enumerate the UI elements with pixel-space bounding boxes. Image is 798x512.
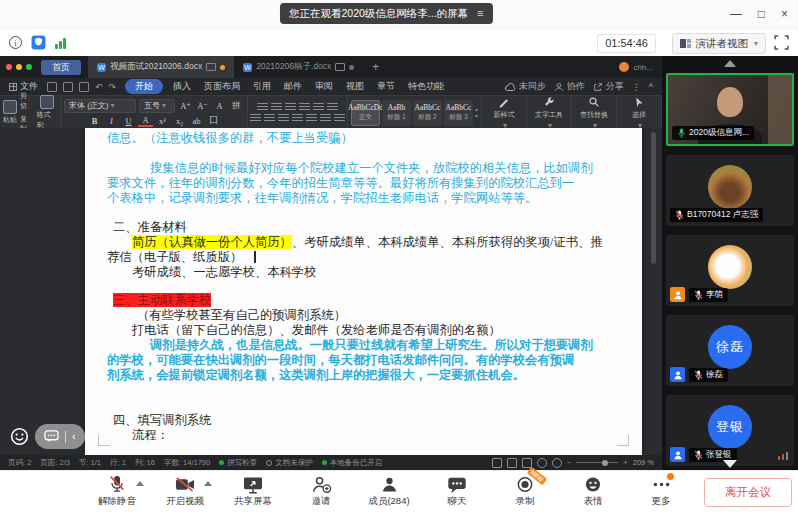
collapse-ribbon-icon[interactable]: ^ [649,82,653,92]
bullets-icon[interactable] [257,103,268,111]
line-spacing-icon[interactable] [327,103,338,111]
format-painter-button[interactable]: 格式刷 [37,95,57,130]
mac-minimize-icon[interactable] [16,64,22,70]
document-canvas[interactable]: 信息。（注意收钱很多的群，不要上当受骗）搜集信息的时候最好对应每个院校建立一个文… [0,128,662,455]
wps-doc-tab-inactive[interactable]: W 20210206稿子.docx [234,56,363,78]
toolbar-聊天[interactable]: 聊天 [432,475,482,508]
increase-font-button[interactable]: A⁺ [178,101,193,111]
ribbon-menu-邮件[interactable]: 邮件 [281,80,305,93]
toolbar-邀请[interactable]: 邀请 [296,475,346,508]
ribbon-menu-页面布局[interactable]: 页面布局 [201,80,243,93]
borders-icon[interactable] [334,114,345,122]
collapse-dock-icon[interactable]: ‹ [72,431,76,442]
ribbon-menu-视图[interactable]: 视图 [343,80,367,93]
leave-meeting-button[interactable]: 离开会议 [704,478,792,507]
wps-home-tab[interactable]: 首页 [41,60,81,75]
underline-button[interactable]: U [121,116,136,126]
clear-format-button[interactable]: A [212,101,227,111]
collab-button[interactable]: 协作 [554,80,585,93]
justify-icon[interactable] [292,114,303,122]
decrease-font-button[interactable]: A⁻ [195,101,210,111]
tool-选择[interactable]: 选择 [617,96,662,129]
tool-查找替换[interactable]: 查找替换 [572,96,617,129]
chat-overlay-icon[interactable] [44,430,59,443]
font-size-select[interactable]: 五号 [139,99,175,113]
sync-status[interactable]: 未同步 [504,80,546,93]
ribbon-menu-开始[interactable]: 开始 [125,79,163,94]
cut-button[interactable]: 剪切 [20,91,34,111]
maximize-button[interactable]: □ [758,5,765,23]
ribbon-menu-引用[interactable]: 引用 [250,80,274,93]
security-shield-icon[interactable] [31,35,46,50]
ribbon-menu-章节[interactable]: 章节 [374,80,398,93]
print-icon[interactable] [79,82,89,92]
share-button[interactable]: 分享 [593,80,624,93]
wps-doc-tab-active[interactable]: W 视频面试20210206.docx [88,56,234,78]
align-right-icon[interactable] [278,114,289,122]
toolbar-开启视频[interactable]: 开启视频 [160,475,210,508]
distribute-icon[interactable] [306,114,317,122]
document-page[interactable]: 信息。（注意收钱很多的群，不要上当受骗）搜集信息的时候最好对应每个院校建立一个文… [85,128,642,455]
ribbon-menu-审阅[interactable]: 审阅 [312,80,336,93]
participant-tile[interactable]: 登银张登银 [666,395,794,466]
collapse-sidebar-icon[interactable] [724,60,736,67]
font-name-select[interactable]: 宋体 (正文) [64,99,136,113]
zoom-level[interactable]: 209 % [633,458,654,467]
expand-caret-icon[interactable] [136,481,144,486]
mac-zoom-icon[interactable] [26,64,32,70]
status-文档未保护[interactable]: 文档未保护 [266,458,313,468]
ribbon-menu-插入[interactable]: 插入 [170,80,194,93]
bold-button[interactable]: B [87,116,102,126]
more-menu-icon[interactable]: ⋮ [632,82,641,92]
toolbar-共享屏幕[interactable]: 共享屏幕 [228,475,278,508]
toolbar-录制[interactable]: 录制NEW [500,475,550,508]
italic-button[interactable]: I [104,116,119,126]
multilevel-list-icon[interactable] [285,103,296,111]
redo-icon[interactable]: ↷ [109,82,117,92]
expand-caret-icon[interactable] [204,481,212,486]
eye-protect-icon[interactable] [552,458,562,468]
focus-mode-icon[interactable] [537,458,547,468]
phonetic-guide-button[interactable]: 拼 [229,100,244,112]
paste-button[interactable]: 粘贴 [3,100,17,125]
highlight-color-button[interactable]: ab [189,116,204,126]
style-标题 1[interactable]: AaBb标题 1 [382,100,411,126]
style-标题 2[interactable]: AaBbCc标题 2 [413,100,442,126]
minimize-button[interactable]: — [730,5,742,23]
mac-close-icon[interactable] [6,64,12,70]
open-icon[interactable] [47,82,57,92]
font-color-button[interactable]: A [138,115,153,127]
zoom-slider-knob[interactable] [602,460,608,466]
undo-icon[interactable]: ↶ [95,82,103,92]
close-button[interactable]: × [781,5,788,23]
numbering-icon[interactable] [271,103,282,111]
view-mode-button[interactable]: 演讲者视图 [672,33,766,54]
participant-tile[interactable]: B17070412 卢志强 [666,155,794,226]
superscript-button[interactable]: x² [155,116,170,126]
zoom-slider[interactable] [576,462,618,463]
fullscreen-view-icon[interactable] [492,458,502,468]
banner-menu-icon[interactable]: ≡ [477,3,483,24]
scroll-participants-icon[interactable] [723,460,737,468]
network-signal-icon[interactable] [55,37,66,49]
increase-indent-icon[interactable] [313,103,324,111]
decrease-indent-icon[interactable] [299,103,310,111]
participant-tile[interactable]: 徐磊徐磊 [666,315,794,386]
align-center-icon[interactable] [264,114,275,122]
gallery-scroll-icons[interactable]: ▴▾ [475,106,478,120]
web-view-icon[interactable] [522,458,532,468]
ribbon-menu-特色功能[interactable]: 特色功能 [405,80,447,93]
page-view-icon[interactable] [507,458,517,468]
tool-新样式[interactable]: 新样式 [482,96,527,129]
toolbar-解除静音[interactable]: 解除静音 [92,475,142,508]
style-标题 3[interactable]: AaBbCc标题 3 [444,100,473,126]
toolbar-成员(284)[interactable]: 成员(284) [364,475,414,508]
document-scrollbar[interactable] [651,132,656,264]
zoom-out-button[interactable]: − [567,458,571,467]
watching-banner[interactable]: 您正在观看2020级信息网络李...的屏幕 ≡ [280,3,493,24]
new-tab-button[interactable]: + [372,60,379,74]
status-拼写检查[interactable]: 拼写检查 [219,458,257,468]
fullscreen-icon[interactable] [774,35,789,50]
align-left-icon[interactable] [250,114,261,122]
wps-account[interactable]: chh... [619,62,653,72]
